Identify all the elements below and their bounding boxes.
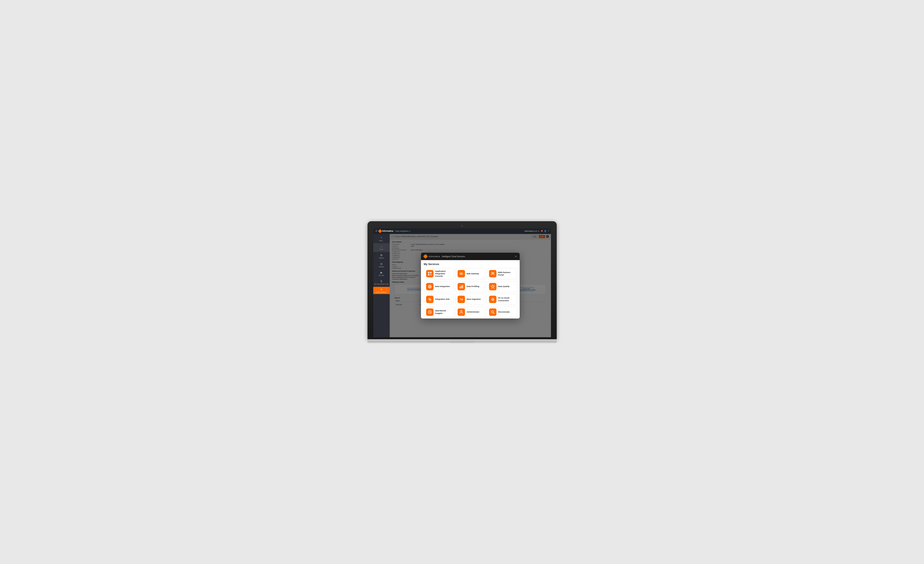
modal-title-main: Informatica	[429, 255, 440, 258]
sidebar-label-home: Home	[380, 249, 383, 250]
user-icon[interactable]: 👤	[544, 230, 546, 232]
service-icon-integration-hub	[426, 296, 434, 303]
laptop-shell: ☰ Informatica Data Integration ∨ Informa…	[368, 221, 557, 343]
service-name-discoveryiq: DiscoveryIQ	[498, 310, 509, 313]
sidebar-label-myjobs: My Jobs	[379, 275, 384, 276]
screen-bezel: ☰ Informatica Data Integration ∨ Informa…	[368, 221, 557, 339]
service-card-mass-ingestion[interactable]: Mass Ingestion	[455, 294, 485, 305]
laptop-screen: ☰ Informatica Data Integration ∨ Informa…	[373, 228, 551, 337]
notification-icon[interactable]	[541, 230, 543, 232]
new-icon: ＋	[380, 236, 383, 239]
svg-rect-15	[462, 285, 463, 288]
modal-header: Informatica Intelligent Cloud Services ×	[421, 253, 520, 260]
logo-diamond-icon	[378, 229, 382, 233]
sidebar-item-activefile[interactable]: ≡ m_Fact_TotalMonth...	[373, 287, 390, 294]
importexport-icon: ⇅	[380, 280, 382, 283]
modal-logo-diamond	[423, 254, 428, 259]
service-name-data-quality: Data Quality	[498, 285, 509, 288]
sidebar-item-importexport[interactable]: ⇅ My Import/Export Logs	[373, 278, 390, 286]
svg-point-8	[493, 273, 494, 274]
sidebar-label-importexport: My Import/Export Logs	[374, 284, 388, 285]
top-bar-left: ☰ Informatica Data Integration ∨	[375, 230, 411, 232]
service-card-data-quality[interactable]: Data Quality	[487, 281, 517, 292]
service-icon-data-quality	[489, 283, 496, 290]
top-bar-right: Informatica LLC ∨ 👤 ?	[524, 230, 549, 232]
main-layout: ＋ New... ⌂ Home ⊞ Explore ⊟	[373, 234, 551, 337]
service-card-integration-hub[interactable]: Integration Hub	[424, 294, 454, 305]
svg-rect-2	[428, 274, 429, 275]
bundles-icon: ⊟	[380, 262, 382, 266]
service-card-op-insights[interactable]: Operational Insights	[424, 307, 454, 318]
service-card-data-integration[interactable]: Data Integration	[424, 281, 454, 292]
service-name-mass-ingestion: Mass Ingestion	[466, 298, 481, 300]
svg-rect-13	[460, 286, 460, 288]
service-card-pc-cloud[interactable]: PC PC to Cloud Conversion	[487, 294, 517, 305]
service-card-b2b-partners[interactable]: B2B Partners Portal	[487, 268, 517, 279]
service-name-administrator: Administrator	[466, 310, 479, 313]
service-name-app-integration: Application Integration Console	[435, 270, 452, 278]
modal-overlay[interactable]: Informatica Intelligent Cloud Services ×…	[390, 234, 551, 337]
sidebar-label-bundles: Bundles	[379, 266, 384, 268]
data-integration-badge[interactable]: Data Integration ∨	[395, 230, 411, 232]
service-icon-discoveryiq	[489, 308, 496, 316]
sidebar-item-home[interactable]: ⌂ Home	[373, 243, 390, 252]
service-icon-administrator	[458, 308, 465, 316]
svg-text:PC: PC	[492, 298, 494, 300]
laptop-base	[368, 339, 557, 343]
sidebar-item-explore[interactable]: ⊞ Explore	[373, 252, 390, 261]
sidebar: ＋ New... ⌂ Home ⊞ Explore ⊟	[373, 234, 390, 337]
camera	[461, 225, 463, 226]
service-name-b2b-gateway: B2B Gateway	[466, 273, 479, 275]
hamburger-icon[interactable]: ☰	[375, 230, 377, 232]
notification-dot	[541, 230, 543, 232]
service-name-pc-cloud: PC to Cloud Conversion	[498, 297, 514, 302]
org-selector[interactable]: Informatica LLC ∨	[524, 230, 539, 232]
modal-section-title: My Services	[424, 262, 517, 266]
help-icon[interactable]: ?	[548, 230, 549, 232]
content-area: ≡ m_fact_TotalMonthlySales_Advanced_FDO_…	[390, 234, 551, 337]
service-card-app-integration[interactable]: Application Integration Console	[424, 268, 454, 279]
modal-body: My Services Application Integration Cons…	[421, 260, 520, 318]
service-icon-data-profiling	[458, 283, 465, 290]
activefile-icon: ≡	[381, 288, 382, 291]
explore-icon: ⊞	[380, 254, 382, 256]
svg-line-22	[428, 298, 429, 299]
service-card-data-profiling[interactable]: Data Profiling	[455, 281, 485, 292]
service-card-b2b-gateway[interactable]: B2B Gateway	[455, 268, 485, 279]
svg-line-23	[430, 300, 431, 301]
service-icon-pc-cloud: PC	[489, 296, 496, 303]
service-name-data-integration: Data Integration	[435, 285, 450, 288]
svg-point-27	[460, 310, 462, 312]
sidebar-item-new[interactable]: ＋ New...	[373, 234, 390, 243]
sidebar-label-activefile: m_Fact_TotalMonth...	[375, 291, 387, 293]
modal-title-sub: Intelligent Cloud Services	[442, 255, 465, 258]
service-name-integration-hub: Integration Hub	[435, 298, 450, 300]
top-bar-icons: 👤 ?	[541, 230, 549, 232]
service-name-b2b-partners: B2B Partners Portal	[498, 271, 514, 276]
myjobs-icon: ▶	[381, 271, 382, 274]
service-icon-mass-ingestion	[458, 296, 465, 303]
svg-point-17	[429, 299, 430, 300]
service-icon-op-insights	[426, 308, 434, 316]
sidebar-item-myjobs[interactable]: ▶ My Jobs	[373, 269, 390, 278]
app-container: ☰ Informatica Data Integration ∨ Informa…	[373, 228, 551, 337]
services-grid: Application Integration Console B2B Gate…	[424, 268, 517, 318]
service-card-discoveryiq[interactable]: DiscoveryIQ	[487, 307, 517, 318]
svg-rect-14	[461, 286, 462, 288]
close-icon[interactable]: ×	[515, 255, 517, 258]
sidebar-item-bundles[interactable]: ⊟ Bundles	[373, 261, 390, 269]
service-icon-b2b-partners	[489, 270, 496, 278]
service-icon-app-integration	[426, 270, 434, 278]
service-name-data-profiling: Data Profiling	[466, 285, 479, 288]
logo-text: Informatica	[382, 230, 393, 232]
service-name-op-insights: Operational Insights	[435, 309, 452, 315]
informatica-logo: Informatica	[379, 230, 393, 232]
home-icon: ⌂	[381, 245, 382, 248]
modal-title: Informatica Intelligent Cloud Services	[429, 255, 465, 258]
sidebar-label-explore: Explore	[379, 257, 384, 259]
service-icon-data-integration	[426, 283, 434, 290]
svg-rect-0	[428, 272, 429, 273]
service-card-administrator[interactable]: Administrator	[455, 307, 485, 318]
service-icon-b2b-gateway	[458, 270, 465, 278]
sidebar-label-new: New...	[380, 240, 383, 242]
